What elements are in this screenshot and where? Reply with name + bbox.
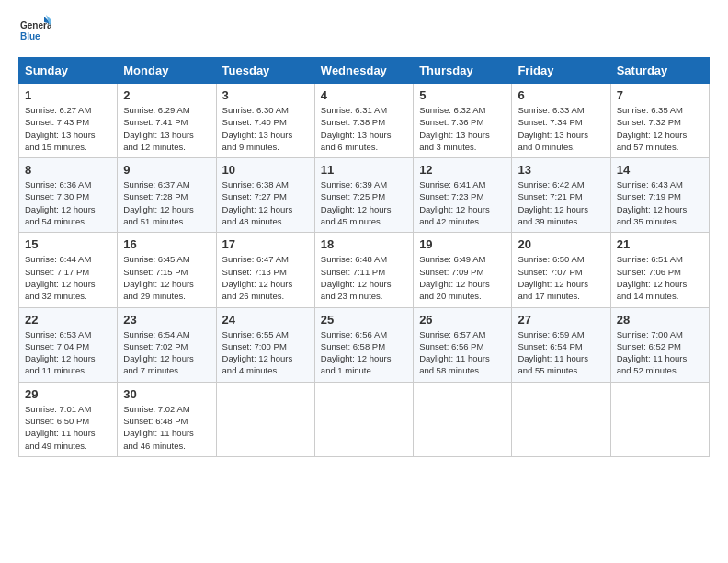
day-number: 17: [222, 237, 309, 251]
calendar-cell: 6Sunrise: 6:33 AM Sunset: 7:34 PM Daylig…: [512, 84, 610, 158]
day-detail: Sunrise: 6:49 AM Sunset: 7:09 PM Dayligh…: [419, 253, 506, 302]
day-detail: Sunrise: 6:43 AM Sunset: 7:19 PM Dayligh…: [617, 178, 703, 227]
calendar-cell: [314, 382, 413, 456]
calendar-cell: 18Sunrise: 6:48 AM Sunset: 7:11 PM Dayli…: [314, 233, 413, 307]
calendar-cell: 24Sunrise: 6:55 AM Sunset: 7:00 PM Dayli…: [216, 307, 314, 382]
day-number: 22: [25, 313, 111, 327]
calendar-cell: 10Sunrise: 6:38 AM Sunset: 7:27 PM Dayli…: [216, 158, 314, 233]
calendar-cell: 28Sunrise: 7:00 AM Sunset: 6:52 PM Dayli…: [610, 307, 709, 382]
day-number: 4: [321, 88, 407, 102]
day-number: 5: [419, 88, 506, 102]
day-detail: Sunrise: 6:35 AM Sunset: 7:32 PM Dayligh…: [617, 104, 703, 153]
svg-text:Blue: Blue: [20, 31, 40, 41]
day-number: 12: [419, 163, 506, 177]
day-number: 8: [25, 163, 111, 177]
day-detail: Sunrise: 6:41 AM Sunset: 7:23 PM Dayligh…: [419, 178, 506, 227]
calendar-cell: 17Sunrise: 6:47 AM Sunset: 7:13 PM Dayli…: [216, 233, 314, 307]
calendar-cell: [216, 382, 314, 456]
calendar-week-row: 1Sunrise: 6:27 AM Sunset: 7:43 PM Daylig…: [19, 84, 710, 158]
day-number: 7: [617, 88, 703, 102]
calendar-week-row: 15Sunrise: 6:44 AM Sunset: 7:17 PM Dayli…: [19, 233, 710, 307]
day-detail: Sunrise: 6:30 AM Sunset: 7:40 PM Dayligh…: [222, 104, 309, 153]
calendar-cell: 16Sunrise: 6:45 AM Sunset: 7:15 PM Dayli…: [118, 233, 216, 307]
day-detail: Sunrise: 6:31 AM Sunset: 7:38 PM Dayligh…: [321, 104, 407, 153]
day-detail: Sunrise: 6:51 AM Sunset: 7:06 PM Dayligh…: [617, 253, 703, 302]
calendar-cell: [610, 382, 709, 456]
day-header-sunday: Sunday: [19, 58, 118, 84]
day-header-friday: Friday: [512, 58, 610, 84]
day-number: 6: [518, 88, 604, 102]
day-detail: Sunrise: 6:53 AM Sunset: 7:04 PM Dayligh…: [25, 328, 111, 377]
day-number: 9: [123, 163, 210, 177]
day-detail: Sunrise: 6:29 AM Sunset: 7:41 PM Dayligh…: [123, 104, 210, 153]
page-header: General Blue: [18, 15, 710, 48]
day-header-thursday: Thursday: [414, 58, 512, 84]
day-number: 15: [25, 237, 111, 251]
day-header-wednesday: Wednesday: [314, 58, 413, 84]
calendar-cell: 3Sunrise: 6:30 AM Sunset: 7:40 PM Daylig…: [216, 84, 314, 158]
calendar-cell: 8Sunrise: 6:36 AM Sunset: 7:30 PM Daylig…: [19, 158, 118, 233]
day-number: 2: [123, 88, 210, 102]
day-detail: Sunrise: 6:38 AM Sunset: 7:27 PM Dayligh…: [222, 178, 309, 227]
day-detail: Sunrise: 6:59 AM Sunset: 6:54 PM Dayligh…: [518, 328, 604, 377]
day-header-saturday: Saturday: [610, 58, 709, 84]
calendar-cell: 26Sunrise: 6:57 AM Sunset: 6:56 PM Dayli…: [414, 307, 512, 382]
day-number: 16: [123, 237, 210, 251]
day-detail: Sunrise: 6:32 AM Sunset: 7:36 PM Dayligh…: [419, 104, 506, 153]
logo-shape: General Blue: [18, 15, 55, 48]
calendar-cell: [512, 382, 610, 456]
calendar-header-row: SundayMondayTuesdayWednesdayThursdayFrid…: [19, 58, 710, 84]
day-number: 19: [419, 237, 506, 251]
day-detail: Sunrise: 6:44 AM Sunset: 7:17 PM Dayligh…: [25, 253, 111, 302]
day-number: 28: [617, 313, 703, 327]
calendar-cell: 22Sunrise: 6:53 AM Sunset: 7:04 PM Dayli…: [19, 307, 118, 382]
calendar-cell: 15Sunrise: 6:44 AM Sunset: 7:17 PM Dayli…: [19, 233, 118, 307]
day-detail: Sunrise: 7:01 AM Sunset: 6:50 PM Dayligh…: [25, 403, 111, 452]
calendar-cell: 11Sunrise: 6:39 AM Sunset: 7:25 PM Dayli…: [314, 158, 413, 233]
calendar-week-row: 29Sunrise: 7:01 AM Sunset: 6:50 PM Dayli…: [19, 382, 710, 456]
day-detail: Sunrise: 6:37 AM Sunset: 7:28 PM Dayligh…: [123, 178, 210, 227]
day-number: 23: [123, 313, 210, 327]
calendar-cell: 19Sunrise: 6:49 AM Sunset: 7:09 PM Dayli…: [414, 233, 512, 307]
day-detail: Sunrise: 6:55 AM Sunset: 7:00 PM Dayligh…: [222, 328, 309, 377]
day-detail: Sunrise: 6:48 AM Sunset: 7:11 PM Dayligh…: [321, 253, 407, 302]
day-number: 24: [222, 313, 309, 327]
day-detail: Sunrise: 7:00 AM Sunset: 6:52 PM Dayligh…: [617, 328, 703, 377]
day-number: 30: [123, 387, 210, 401]
day-number: 29: [25, 387, 111, 401]
day-number: 25: [321, 313, 407, 327]
day-number: 18: [321, 237, 407, 251]
calendar-cell: 23Sunrise: 6:54 AM Sunset: 7:02 PM Dayli…: [118, 307, 216, 382]
calendar-cell: 1Sunrise: 6:27 AM Sunset: 7:43 PM Daylig…: [19, 84, 118, 158]
day-number: 11: [321, 163, 407, 177]
calendar-cell: 25Sunrise: 6:56 AM Sunset: 6:58 PM Dayli…: [314, 307, 413, 382]
day-detail: Sunrise: 6:54 AM Sunset: 7:02 PM Dayligh…: [123, 328, 210, 377]
day-detail: Sunrise: 6:27 AM Sunset: 7:43 PM Dayligh…: [25, 104, 111, 153]
day-detail: Sunrise: 6:36 AM Sunset: 7:30 PM Dayligh…: [25, 178, 111, 227]
calendar-cell: 20Sunrise: 6:50 AM Sunset: 7:07 PM Dayli…: [512, 233, 610, 307]
calendar-cell: 12Sunrise: 6:41 AM Sunset: 7:23 PM Dayli…: [414, 158, 512, 233]
day-header-monday: Monday: [118, 58, 216, 84]
calendar-table: SundayMondayTuesdayWednesdayThursdayFrid…: [18, 57, 710, 457]
day-detail: Sunrise: 6:39 AM Sunset: 7:25 PM Dayligh…: [321, 178, 407, 227]
day-number: 26: [419, 313, 506, 327]
calendar-cell: 7Sunrise: 6:35 AM Sunset: 7:32 PM Daylig…: [610, 84, 709, 158]
day-detail: Sunrise: 6:42 AM Sunset: 7:21 PM Dayligh…: [518, 178, 604, 227]
calendar-cell: 27Sunrise: 6:59 AM Sunset: 6:54 PM Dayli…: [512, 307, 610, 382]
calendar-week-row: 22Sunrise: 6:53 AM Sunset: 7:04 PM Dayli…: [19, 307, 710, 382]
day-detail: Sunrise: 6:50 AM Sunset: 7:07 PM Dayligh…: [518, 253, 604, 302]
day-detail: Sunrise: 6:57 AM Sunset: 6:56 PM Dayligh…: [419, 328, 506, 377]
day-number: 13: [518, 163, 604, 177]
day-number: 3: [222, 88, 309, 102]
calendar-cell: 13Sunrise: 6:42 AM Sunset: 7:21 PM Dayli…: [512, 158, 610, 233]
day-number: 14: [617, 163, 703, 177]
calendar-cell: 14Sunrise: 6:43 AM Sunset: 7:19 PM Dayli…: [610, 158, 709, 233]
logo: General Blue: [18, 15, 55, 48]
calendar-cell: 4Sunrise: 6:31 AM Sunset: 7:38 PM Daylig…: [314, 84, 413, 158]
day-number: 10: [222, 163, 309, 177]
calendar-cell: 21Sunrise: 6:51 AM Sunset: 7:06 PM Dayli…: [610, 233, 709, 307]
day-number: 21: [617, 237, 703, 251]
calendar-cell: 9Sunrise: 6:37 AM Sunset: 7:28 PM Daylig…: [118, 158, 216, 233]
day-detail: Sunrise: 6:33 AM Sunset: 7:34 PM Dayligh…: [518, 104, 604, 153]
day-number: 27: [518, 313, 604, 327]
